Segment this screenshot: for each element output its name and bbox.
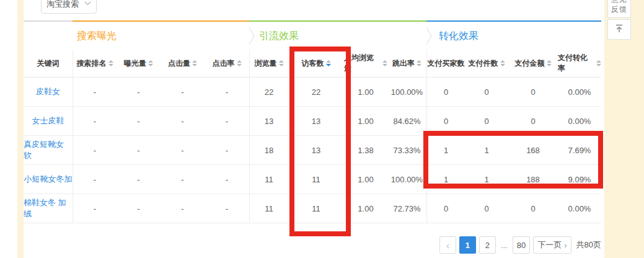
keyword-link[interactable]: 棉鞋女冬 加绒 <box>24 194 73 223</box>
page-button-80[interactable]: 80 <box>513 236 530 254</box>
column-header-7[interactable]: 人均浏览量 <box>344 50 387 77</box>
cell-支付转化率: 0.00% <box>558 107 601 135</box>
column-header-label: 支付转化率 <box>558 53 594 74</box>
sort-icon[interactable] <box>192 60 197 66</box>
cell-跳出率: 73.33% <box>387 136 426 164</box>
column-header-6[interactable]: 访客数 <box>288 50 344 77</box>
cell-支付金额: 188 <box>508 165 558 194</box>
sort-icon[interactable] <box>547 60 552 66</box>
table-row: 小短靴女冬加----11111.00100.00%111889.09% <box>24 165 601 194</box>
feedback-button[interactable]: 意见反馈 <box>607 0 631 18</box>
prev-page-button[interactable]: ‹ <box>439 236 456 254</box>
back-to-top-button[interactable] <box>607 19 631 40</box>
search-type-dropdown[interactable]: 淘宝搜索 <box>41 0 97 14</box>
chevron-right-icon: › <box>564 241 567 250</box>
cell-支付金额: 0 <box>508 194 558 223</box>
sort-icon[interactable] <box>382 60 387 66</box>
cell-人均浏览量: 1.38 <box>344 136 387 164</box>
cell-跳出率: 100.00% <box>387 165 426 194</box>
column-header-4[interactable]: 点击率 <box>205 50 249 77</box>
sort-icon[interactable] <box>148 60 153 66</box>
column-header-0: 关键词 <box>24 50 73 77</box>
cell-支付买家数: 0 <box>426 107 465 135</box>
column-header-label: 人均浏览量 <box>344 53 381 74</box>
right-sidebar: 意见反馈 <box>604 0 644 258</box>
cell-支付金额: 0 <box>508 78 558 106</box>
cell-支付金额: 0 <box>508 107 558 135</box>
column-header-10[interactable]: 支付件数 <box>465 50 508 77</box>
column-header-1[interactable]: 搜索排名 <box>73 50 117 77</box>
group-label-conversion-effect: 转化效果 <box>439 30 479 43</box>
feedback-label: 意见反馈 <box>611 0 627 14</box>
keyword-link[interactable]: 女士皮鞋 <box>24 107 73 135</box>
cell-搜索排名: - <box>73 194 117 223</box>
cell-曝光量: - <box>117 107 161 135</box>
table-body: 皮鞋女----22221.00100.00%0000.00%女士皮鞋----13… <box>24 78 601 223</box>
page-button-1[interactable]: 1 <box>459 236 476 254</box>
sort-icon[interactable] <box>596 60 601 66</box>
cell-曝光量: - <box>117 78 161 106</box>
cell-点击率: - <box>205 78 249 106</box>
sort-icon[interactable] <box>500 60 505 66</box>
cell-支付件数: 1 <box>465 136 508 164</box>
cell-点击量: - <box>161 107 205 135</box>
column-header-label: 关键词 <box>37 58 60 69</box>
search-type-value: 淘宝搜索 <box>46 0 79 10</box>
sort-icon[interactable] <box>326 60 331 66</box>
cell-支付买家数: 0 <box>426 194 465 223</box>
cell-浏览量: 18 <box>249 136 288 164</box>
column-header-label: 曝光量 <box>124 58 146 69</box>
cell-人均浏览量: 1.00 <box>344 78 387 106</box>
cell-访客数: 11 <box>288 165 344 194</box>
cell-搜索排名: - <box>73 107 117 135</box>
cell-支付转化率: 0.00% <box>558 78 601 106</box>
column-header-12[interactable]: 支付转化率 <box>558 50 601 77</box>
cell-点击量: - <box>161 165 205 194</box>
group-label-traffic-effect: 引流效果 <box>259 30 299 43</box>
column-header-5[interactable]: 浏览量 <box>249 50 288 77</box>
cell-浏览量: 11 <box>249 165 288 194</box>
column-header-label: 支付金额 <box>515 58 545 69</box>
keyword-link[interactable]: 皮鞋女 <box>24 78 73 106</box>
column-header-label: 浏览量 <box>255 58 277 69</box>
cell-曝光量: - <box>117 165 161 194</box>
group-divider-chevron-icon <box>248 26 255 48</box>
next-page-label: 下一页 <box>537 239 562 251</box>
page-gutter-strip <box>17 0 24 258</box>
keyword-link[interactable]: 真皮短靴女 软 <box>24 136 73 164</box>
column-header-2[interactable]: 曝光量 <box>117 50 161 77</box>
column-header-label: 搜索排名 <box>77 58 107 69</box>
cell-访客数: 13 <box>288 136 344 164</box>
cell-支付转化率: 9.09% <box>558 165 601 194</box>
column-header-11[interactable]: 支付金额 <box>508 50 558 77</box>
page-button-2[interactable]: 2 <box>479 236 496 254</box>
next-page-button[interactable]: 下一页› <box>533 236 571 254</box>
total-pages-label: 共80页 <box>576 239 601 251</box>
column-header-9: 支付买家数 <box>426 50 465 77</box>
table-row: 女士皮鞋----13131.0084.62%0000.00% <box>24 107 601 136</box>
cell-支付件数: 0 <box>465 78 508 106</box>
table-row: 皮鞋女----22221.00100.00%0000.00% <box>24 78 601 107</box>
sort-icon[interactable] <box>237 60 242 66</box>
cell-搜索排名: - <box>73 136 117 164</box>
keyword-link[interactable]: 小短靴女冬加 <box>24 165 73 194</box>
cell-点击率: - <box>205 194 249 223</box>
column-header-3[interactable]: 点击量 <box>161 50 205 77</box>
sort-icon[interactable] <box>417 60 421 66</box>
column-header-8[interactable]: 跳出率 <box>387 50 426 77</box>
column-header-label: 点击率 <box>213 58 235 69</box>
column-header-label: 跳出率 <box>392 58 415 69</box>
cell-跳出率: 84.62% <box>387 107 426 135</box>
cell-浏览量: 22 <box>249 78 288 106</box>
cell-支付买家数: 0 <box>426 78 465 106</box>
cell-支付转化率: 7.69% <box>558 136 601 164</box>
cell-浏览量: 11 <box>249 194 288 223</box>
analytics-table-panel: 搜索曝光 引流效果 转化效果 关键词搜索排名曝光量点击量点击率浏览量访客数人均浏… <box>24 20 601 223</box>
sort-icon[interactable] <box>279 60 284 66</box>
cell-跳出率: 72.73% <box>387 194 426 223</box>
sort-icon[interactable] <box>108 60 113 66</box>
column-header-label: 支付件数 <box>469 58 498 69</box>
cell-搜索排名: - <box>73 165 117 194</box>
cell-支付买家数: 1 <box>426 136 465 164</box>
group-label-search-exposure: 搜索曝光 <box>77 30 117 43</box>
